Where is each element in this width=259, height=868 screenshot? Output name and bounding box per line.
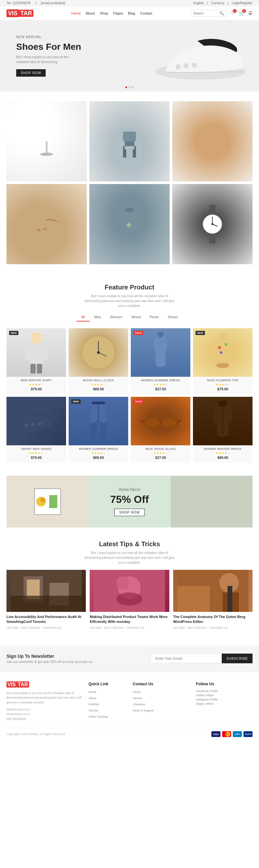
filter-man[interactable]: Man [90,313,106,321]
filter-wood[interactable]: Wood [127,313,145,321]
nav-pages[interactable]: Pages [113,11,123,15]
mc-svg [222,731,231,737]
product-card[interactable]: NEW NICE FLOWERS TOP ★ ★ ★ ★ ★ $79.00 [193,328,253,394]
svg-rect-32 [30,364,36,374]
nav-blog[interactable]: Blog [128,11,135,15]
blog-post-title: Live Accessibility And Performance Audit… [6,615,86,624]
promo-cta-button[interactable]: SHOP NOW [114,509,144,516]
wishlist-button[interactable]: ♡ 0 [231,11,235,16]
category-lamp[interactable] [6,101,87,181]
product-card[interactable]: SALE NICE WOOD GLASS ★ ★ ★ ★ ★ [131,397,190,463]
watch-icon [196,203,229,245]
payment-visa: VISA [211,731,221,737]
svg-point-46 [31,423,35,426]
svg-point-28 [30,332,42,344]
svg-point-42 [218,346,221,349]
nav-home[interactable]: Home [71,11,81,15]
product-price: $79.00 [193,387,253,391]
product-name: SMART MEN SHOES [8,447,64,451]
hero-image [152,30,249,83]
footer-link[interactable]: Portfolio [88,703,99,706]
main-nav: Home About Shop Pages Blog Contact [71,11,152,15]
svg-point-1 [175,64,181,69]
footer-contact-link[interactable]: News & Support [133,709,154,712]
blog-title: Latest Tips & Tricks [6,540,253,548]
promo-right-img [171,476,253,527]
nav-contact[interactable]: Contact [140,11,152,15]
currency-selector[interactable]: Currency [211,1,224,5]
product-card[interactable]: WOMEN WINTER DRESS ★ ★ ★ ★ ★ $89.00 [193,397,253,463]
product-stars: ★ ★ ★ ★ ★ [193,452,253,455]
category-watch[interactable] [172,184,253,264]
filter-tabs: All Man Women Wood Pants Shoes [6,313,253,322]
svg-rect-48 [90,423,97,440]
hero-dot-1[interactable] [125,86,127,88]
category-tshirt[interactable]: ❋ [89,184,170,264]
product-name: WOMEN SUMMER DRESS [133,379,189,382]
blog-card[interactable]: Live Accessibility And Performance Audit… [6,570,86,629]
footer-follow: Follow Us Facebook Profile Twitter Follo… [196,682,253,721]
footer-link[interactable]: Home [88,690,96,694]
cart-button[interactable]: 🛒 0 [239,11,244,16]
category-section: ❋ [0,92,259,274]
payment-icons: VISA AMEX PayPal [211,731,253,737]
footer-instagram-link[interactable]: Instagram Profile [196,698,253,701]
svg-rect-7 [123,132,136,141]
footer-phone: 000-0000000/0 [6,717,82,721]
product-price: $89.00 [69,456,128,460]
category-shoes[interactable] [6,184,87,264]
footer-facebook-link[interactable]: Facebook Profile [196,689,253,693]
product-card[interactable]: WOOD WALL CLOCK ★ ★ ★ ★ ★ $89.00 [69,328,128,394]
category-chair[interactable] [89,101,170,181]
nav-shop[interactable]: Shop [100,11,108,15]
footer-twitter-link[interactable]: Twitter Follow [196,694,253,697]
promo-content: Home Decor 75% Off SHOP NOW [110,487,149,516]
footer-bottom: Copyright © 2019 Blaser. All Rights Rese… [6,727,253,737]
footer-link[interactable]: Service [88,709,98,712]
header: VISTAR Home About Shop Pages Blog Contac… [0,6,259,20]
footer-addr: Street From U.S.A Street From U.S.A 000-… [6,707,82,721]
newsletter-subscribe-button[interactable]: SUBSCRIBE [222,654,253,663]
product-card[interactable]: SMART MEN SHOES ★ ★ ★ ★ ★ $79.00 [6,397,66,463]
nav-about[interactable]: About [86,11,95,15]
footer-contact-link[interactable]: Home [133,690,141,694]
footer-address-1: Street From U.S.A [6,707,82,712]
footer-contact-link[interactable]: Service [133,696,142,700]
hero-dot-3[interactable] [132,86,134,88]
hero-dot-2[interactable] [128,86,131,88]
footer-about: VISTAR We must explain to you how all th… [6,682,82,721]
search-input[interactable] [193,12,219,15]
blog-post-meta: Life Style Man Collection Comments (0) [6,626,86,629]
filter-all[interactable]: All [77,313,89,321]
category-glasses[interactable] [172,101,253,181]
filter-pants[interactable]: Pants [145,313,163,321]
logo[interactable]: VISTAR [6,10,33,17]
product-card[interactable]: NEW WOMEN SUMMER DRESS ★ ★ ★ ★ ★ $89.00 [69,397,128,463]
search-icon[interactable]: 🔍 [219,11,224,16]
hero-cta-button[interactable]: SHOP NOW [16,69,46,76]
footer-skype-link[interactable]: Skype_others [196,702,253,705]
product-card[interactable]: NEW MEN WINTER SHIRT ★ ★ ★ ★ ★ $79.0 [6,328,66,394]
footer-contact-link[interactable]: Checkout [133,703,145,706]
tshirt-icon: ❋ [113,205,146,244]
auth-link[interactable]: Login/Register [232,1,253,5]
newsletter-email-input[interactable] [150,654,222,663]
footer-link[interactable]: About [88,696,96,700]
search-box[interactable]: 🔍 [190,10,227,17]
svg-point-57 [145,418,159,427]
language-selector[interactable]: English [193,1,204,5]
blog-collection: Man Collection [188,626,207,629]
footer-link[interactable]: Order Tracking [88,715,108,718]
product-name: WOMEN WINTER DRESS [195,447,251,451]
list-item: Order Tracking [88,714,126,719]
filter-women[interactable]: Women [106,313,127,321]
blog-card[interactable]: Making Distributed Product Teams Work Mo… [90,570,169,629]
footer-quick-links-list: Home About Portfolio Service Order Track… [88,689,126,719]
product-card[interactable]: SALE WOMEN SUMMER DRESS ★ ★ ★ ★ ★ $37.00 [131,328,190,394]
blog-image-3 [173,570,253,612]
svg-rect-40 [164,340,167,351]
menu-button[interactable]: ☰ [248,11,253,16]
blog-img-svg-2 [90,570,169,612]
blog-card[interactable]: The Complete Anatomy Of The Guten Berg W… [173,570,253,629]
filter-shoes[interactable]: Shoes [163,313,182,321]
